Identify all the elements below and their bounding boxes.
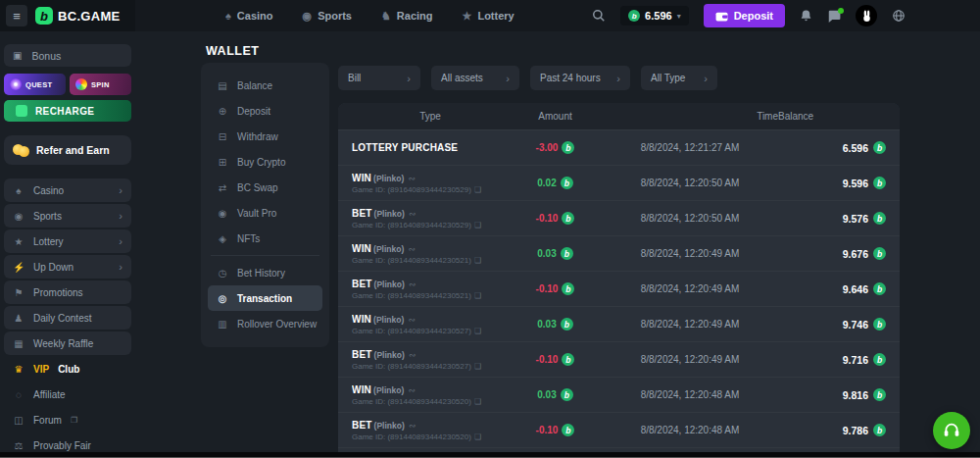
balance-value: 6.596 [645,10,672,22]
wallet-menu-item[interactable]: ◷ Bet History [208,260,322,285]
copy-icon[interactable]: ❏ [474,185,481,194]
sidebar-menu-item[interactable]: ◌ Affiliate [4,382,131,406]
horizontal-scrollbar[interactable] [0,452,980,458]
bc-coin-icon: b [562,212,574,225]
filter-dropdown[interactable]: Bill › [338,66,420,90]
table-row[interactable]: BET (Plinko) ∾ Game ID: (891440893444230… [338,412,900,447]
copy-icon[interactable]: ❏ [474,433,481,441]
table-row[interactable]: BET (Plinko) ∾ Game ID: (891440893444230… [338,271,900,306]
sports-icon: ◉ [13,211,24,222]
recharge-card[interactable]: RECHARGE [4,100,131,122]
sidebar-menu-item[interactable]: ◫ Forum ❐ [4,408,131,432]
top-nav-item[interactable]: ◉ Sports [303,10,352,23]
spin-card[interactable]: SPIN [70,74,131,95]
sidebar-menu-item[interactable]: ⚑ Promotions [4,280,131,304]
language-globe-icon[interactable] [892,9,906,23]
copy-icon[interactable]: ❏ [474,256,481,265]
amount-cell: 0.03 b [509,318,602,331]
filter-label: Past 24 hours [540,73,601,83]
top-nav-item[interactable]: ♞ Racing [381,10,433,23]
table-row[interactable]: LOTTERY PURCHASE -3.00 b 8/8/2024, 12:21… [338,129,900,165]
menu-icon[interactable]: ≡ [6,5,27,26]
balance-value: 9.816 [843,389,868,401]
table-row[interactable]: BET (Plinko) ∾ Game ID: (891640893444230… [338,200,900,235]
type-cell: BET (Plinko) ∾ Game ID: (891640893444230… [352,208,509,229]
wallet-menu-item[interactable]: ◈ NFTs [208,226,322,251]
wallet-item-label: Withdraw [237,131,278,142]
balance-value: 9.786 [843,425,868,436]
chevron-right-icon: › [119,210,122,222]
balance-cell: 9.596 b [778,177,886,189]
copy-icon[interactable]: ❏ [474,291,481,300]
live-support-button[interactable] [933,412,970,449]
copy-icon[interactable]: ❏ [474,362,481,371]
sidebar-menu-item[interactable]: ★ Lottery › [4,229,131,253]
refer-and-earn-card[interactable]: Refer and Earn [4,135,131,165]
game-id: Game ID: (891440893444230527) [352,327,471,335]
table-row[interactable]: WIN (Plinko) ∾ Game ID: (891440893444230… [338,306,900,341]
deposit-button[interactable]: Deposit [704,4,785,27]
link-icon[interactable]: ∾ [409,350,416,360]
wallet-menu-item[interactable]: ▤ Balance [208,73,322,98]
wallet-menu-item[interactable]: ▥ Rollover Overview [208,311,322,336]
copy-icon[interactable]: ❏ [474,397,481,406]
transaction-type: WIN [352,243,371,254]
table-row[interactable]: WIN (Plinko) ∾ Game ID: (891440893444230… [338,235,900,271]
copy-icon[interactable]: ❏ [474,221,481,229]
topbar-right: b 6.596 ▾ Deposit [592,4,980,27]
top-nav-item[interactable]: ★ Lottery [463,10,514,23]
link-icon[interactable]: ∾ [408,174,416,183]
lottery-icon: ★ [463,10,472,23]
wallet-menu-item[interactable]: ⊟ Withdraw [208,124,322,149]
chevron-right-icon: › [119,235,122,247]
user-avatar[interactable] [856,5,877,26]
wallet-menu-item[interactable]: ⊞ Buy Crypto [208,149,322,175]
chevron-right-icon: › [704,73,708,84]
balance-cell: 9.646 b [778,282,886,295]
table-row[interactable]: BET (Plinko) ∾ Game ID: (891440893444230… [338,341,900,377]
amount-cell: 0.03 b [509,388,602,401]
top-nav-item[interactable]: ♠ Casino [225,10,273,23]
link-icon[interactable]: ∾ [408,315,416,325]
sidebar-menu-item[interactable]: ▦ Weekly Raffle [4,331,131,355]
sidebar-item-bonus[interactable]: ▣ Bonus [4,44,131,67]
notifications-bell-icon[interactable] [800,9,812,23]
chat-icon[interactable] [827,10,841,23]
table-body: LOTTERY PURCHASE -3.00 b 8/8/2024, 12:21… [338,129,900,452]
sidebar-menu-item[interactable]: ♛ VIP Club [4,357,131,381]
wallet-menu-item[interactable]: ⇄ BC Swap [208,175,322,200]
wallet-menu-item[interactable]: ◉ Vault Pro [208,200,322,226]
sidebar-menu-item[interactable]: ♟ Daily Contest [4,306,131,330]
link-icon[interactable]: ∾ [409,280,416,289]
link-icon[interactable]: ∾ [409,209,416,219]
column-header: Balance [778,111,886,122]
link-icon[interactable]: ∾ [408,385,416,395]
search-icon[interactable] [592,9,606,23]
balance-value: 9.576 [843,213,868,225]
table-row[interactable]: WIN (Plinko) ∾ Game ID: (891640893444230… [338,165,900,200]
link-icon[interactable]: ∾ [409,421,416,431]
filter-dropdown[interactable]: All Type › [641,66,717,90]
filter-dropdown[interactable]: All assets › [431,66,519,90]
table-row[interactable]: WIN (Plinko) ∾ Game ID: (891440893444230… [338,377,900,412]
filter-dropdown[interactable]: Past 24 hours › [530,66,630,90]
wallet-menu-item[interactable]: ◎ Transaction [208,285,322,311]
chevron-right-icon: › [119,184,122,196]
sidebar-menu-item[interactable]: ⚡ Up Down › [4,255,131,279]
amount-value: -0.10 [536,425,559,435]
filter-label: Bill [348,73,361,83]
time-cell: 8/8/2024, 12:20:50 AM [602,213,778,224]
sidebar-menu-item[interactable]: ◉ Sports › [4,204,131,228]
time-cell: 8/8/2024, 12:21:27 AM [602,142,778,153]
amount-cell: 0.02 b [509,177,602,189]
quest-card[interactable]: QUEST [4,74,66,95]
copy-icon[interactable]: ❏ [474,327,481,335]
balance-selector[interactable]: b 6.596 ▾ [620,6,689,25]
link-icon[interactable]: ∾ [408,244,416,254]
sidebar-item-label: Lottery [33,236,64,247]
chevron-right-icon: › [506,73,510,84]
bc-game-logo[interactable]: b BC.GAME [35,7,121,25]
affiliate-icon: ◌ [13,389,24,400]
sidebar-menu-item[interactable]: ♠ Casino › [4,178,131,202]
wallet-menu-item[interactable]: ⊕ Deposit [208,98,322,124]
